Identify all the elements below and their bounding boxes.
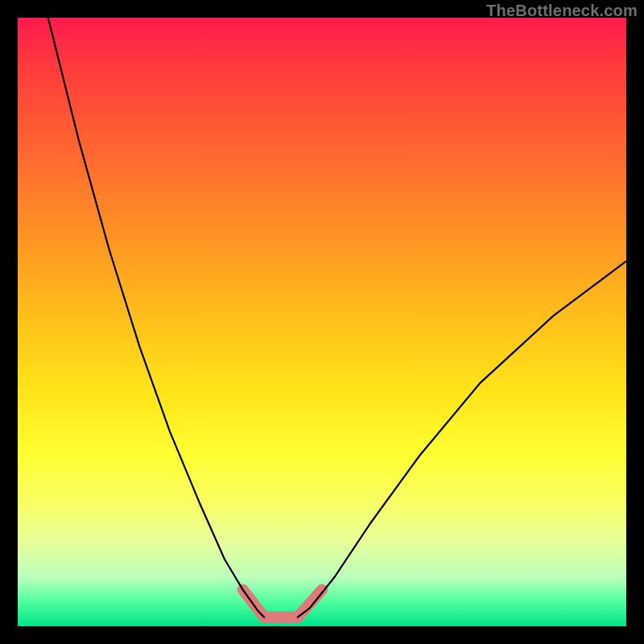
gradient-plot-area <box>18 18 626 626</box>
attribution-text: TheBottleneck.com <box>486 2 638 20</box>
chart-svg <box>18 18 626 626</box>
highlight-right <box>298 590 322 617</box>
curve-left-branch <box>48 18 264 617</box>
highlight-region <box>243 590 322 617</box>
curve-right-branch <box>298 261 626 617</box>
